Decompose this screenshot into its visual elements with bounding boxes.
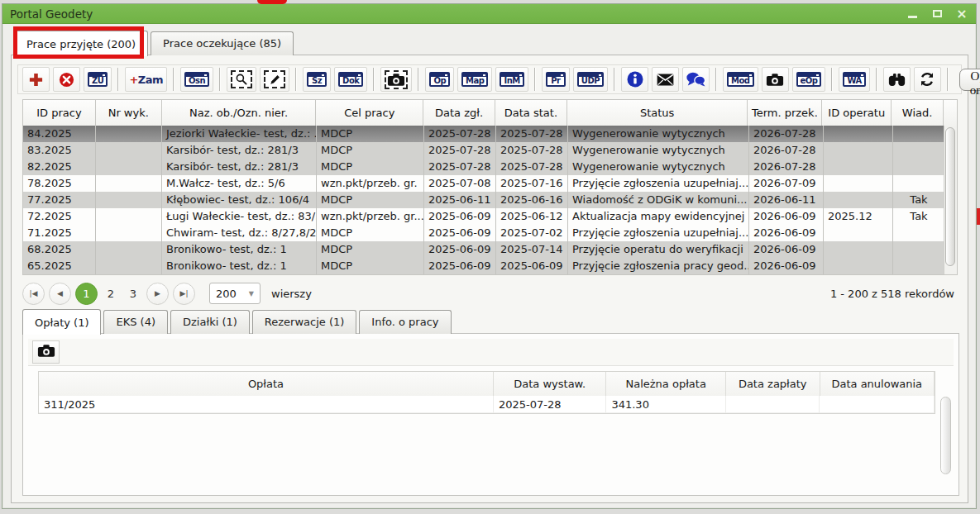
page-button-1[interactable]: 1 [75, 283, 98, 305]
toolbar-eop-button[interactable]: eOp [792, 67, 826, 92]
table-row[interactable]: 65.2025Bronikowo- test, dz.: 1MDCP2025-0… [23, 258, 957, 274]
toolbar-camera-select-button[interactable] [380, 67, 412, 92]
toolbar-select-zoom-button[interactable] [227, 67, 256, 92]
tab-detail-4[interactable]: Info. o pracy [359, 310, 451, 334]
cell: 2025-07-28 [496, 159, 568, 175]
page-button-2[interactable]: 2 [102, 288, 120, 300]
toolbar-inm-button[interactable]: InM [495, 67, 528, 92]
toolbar-mail-button[interactable] [652, 67, 679, 92]
fees-column-header-0[interactable]: Opłata [39, 372, 494, 396]
cell: wzn.pkt/przeb. gr. [317, 175, 424, 192]
tab-detail-label: Rezerwacje (1) [265, 316, 345, 328]
column-header-8[interactable]: ID operatu [822, 100, 892, 126]
minimize-icon[interactable] [906, 8, 919, 20]
table-row[interactable]: 82.2025Karsibór- test, dz.: 281/3MDCP202… [23, 159, 957, 175]
close-icon[interactable]: × [955, 8, 968, 20]
pay-online-button[interactable]: Opłać online [959, 69, 980, 91]
camera-select-icon [385, 70, 408, 89]
column-header-9[interactable]: Wiad. [892, 100, 944, 126]
table-row[interactable]: 77.2025Kłębowiec- test, dz.: 106/4MDCP20… [23, 192, 957, 208]
column-header-4[interactable]: Data zgł. [423, 100, 495, 126]
fees-column-header-3[interactable]: Data zapłaty [726, 372, 820, 396]
fees-row[interactable]: 311/20252025-07-28341.30 [39, 396, 935, 413]
fees-camera-button[interactable] [32, 340, 60, 364]
tab-main-0[interactable]: Prace przyjęte (200) [14, 31, 148, 56]
prev-page-button[interactable]: ◀ [49, 283, 71, 305]
last-page-button[interactable]: ▶| [173, 283, 195, 305]
page-button-3[interactable]: 3 [124, 288, 142, 300]
cell [96, 142, 162, 159]
page-size-value: 200 [216, 288, 237, 300]
cell: 2025-07-14 [496, 241, 568, 258]
toolbar-search-button[interactable] [883, 67, 911, 92]
cell: 2025-07-16 [496, 175, 568, 192]
toolbar-udp-button[interactable]: UDP [573, 67, 608, 92]
maximize-icon[interactable] [930, 8, 944, 20]
column-header-0[interactable]: ID pracy [23, 100, 96, 126]
column-header-3[interactable]: Cel pracy [316, 100, 423, 126]
fees-column-header-4[interactable]: Data anulowania [820, 372, 935, 396]
cell: 2025-06-09 [424, 241, 496, 258]
first-page-button[interactable]: |◀ [22, 283, 45, 305]
toolbar-chat-button[interactable] [682, 67, 710, 92]
toolbar-add-zam-button[interactable]: +Zam [125, 67, 167, 92]
cell: 2025-06-09 [424, 225, 496, 241]
fees-column-header-2[interactable]: Należna opłata [606, 372, 725, 396]
toolbar-sz-button[interactable]: Sz [303, 67, 331, 92]
next-page-button[interactable]: ▶ [146, 283, 169, 305]
cell: 2026-06-09 [749, 258, 824, 274]
toolbar-separator [534, 68, 536, 91]
fees-scrollbar-thumb[interactable] [940, 397, 951, 474]
column-header-7[interactable]: Term. przek. [748, 100, 822, 126]
works-table-scrollbar[interactable] [944, 126, 957, 274]
tab-detail-1[interactable]: EKS (4) [103, 310, 168, 334]
cell [893, 142, 945, 159]
toolbar-osn-button[interactable]: Osn [180, 67, 213, 92]
column-header-6[interactable]: Status [567, 100, 748, 126]
toolbar-zu-button[interactable]: ZU [84, 67, 112, 92]
page-size-dropdown[interactable]: 200 ▼ [209, 283, 261, 304]
toolbar-refresh-button[interactable] [914, 67, 941, 92]
tab-detail-3[interactable]: Rezerwacje (1) [252, 310, 357, 334]
tab-main-1[interactable]: Prace oczekujące (85) [151, 31, 294, 55]
dok-icon: Dok [338, 72, 363, 87]
column-header-2[interactable]: Naz. ob./Ozn. nier. [162, 100, 317, 126]
table-row[interactable]: 78.2025M.Wałcz- test, dz.: 5/6wzn.pkt/pr… [23, 175, 957, 192]
works-table-body: 84.2025Jeziorki Wałeckie- test, dz.: ...… [23, 126, 957, 274]
cell: Karsibór- test, dz.: 281/3 [162, 142, 317, 159]
cell [824, 142, 893, 159]
toolbar-separator [117, 68, 119, 91]
table-row[interactable]: 83.2025Karsibór- test, dz.: 281/3MDCP202… [23, 142, 957, 159]
toolbar-add-button[interactable] [22, 67, 50, 92]
toolbar-mod-button[interactable]: Mod [723, 67, 758, 92]
cell: Przyjęcie zgłoszenia pracy geod... [568, 258, 749, 274]
cell: Bronikowo- test, dz.: 1 [162, 258, 317, 274]
column-header-1[interactable]: Nr wyk. [96, 100, 162, 126]
tab-detail-2[interactable]: Działki (1) [170, 310, 250, 334]
toolbar-info-button[interactable] [621, 67, 648, 92]
toolbar-pr-button[interactable]: Pr [542, 67, 570, 92]
toolbar-wa-button[interactable]: WA [839, 67, 869, 92]
cell [96, 225, 162, 241]
table-row[interactable]: 68.2025Bronikowo- test, dz.: 1MDCP2025-0… [23, 241, 957, 258]
toolbar-dok-button[interactable]: Dok [334, 67, 367, 92]
cell: Karsibór- test, dz.: 281/3 [162, 159, 317, 175]
table-row[interactable]: 71.2025Chwiram- test, dz.: 8/27,8/27MDCP… [23, 225, 957, 241]
cell: 65.2025 [23, 258, 96, 274]
toolbar-camera-button[interactable] [762, 67, 789, 92]
scrollbar-thumb[interactable] [945, 127, 955, 266]
table-row[interactable]: 84.2025Jeziorki Wałeckie- test, dz.: ...… [23, 126, 957, 142]
cell: 2025-07-28 [424, 126, 496, 142]
table-row[interactable]: 72.2025Ługi Wałeckie- test, dz.: 83/5wzn… [23, 208, 957, 225]
main-tab-bar: Prace przyjęte (200)Prace oczekujące (85… [14, 27, 294, 55]
toolbar-map-button[interactable]: Map [457, 67, 492, 92]
cell: 2025-07-08 [424, 175, 496, 192]
tab-detail-0[interactable]: Opłaty (1) [22, 309, 101, 335]
fees-column-header-1[interactable]: Data wystaw. [494, 372, 607, 396]
column-header-5[interactable]: Data stat. [495, 100, 567, 126]
toolbar-cancel-button[interactable] [53, 67, 80, 92]
cell [893, 241, 945, 258]
toolbar-op-button[interactable]: Op [425, 67, 454, 92]
cell: 2026-06-09 [749, 225, 824, 241]
toolbar-select-edit-button[interactable] [260, 67, 289, 92]
